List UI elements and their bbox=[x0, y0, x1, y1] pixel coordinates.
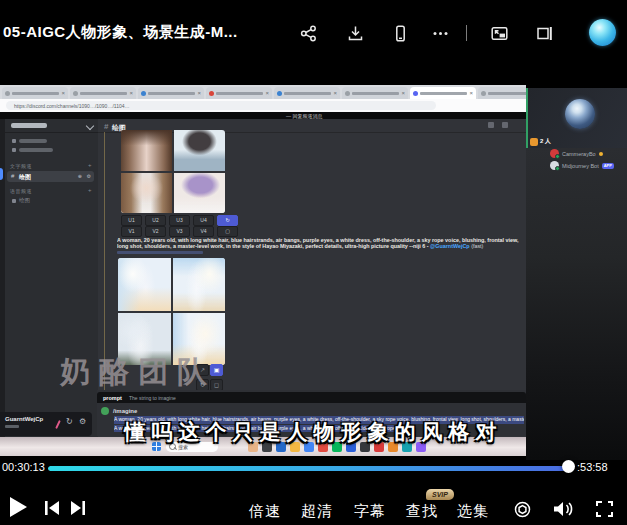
tab-favicon bbox=[209, 91, 214, 96]
voice-channels-section: 语音频道 bbox=[10, 188, 32, 194]
generated-image-2b bbox=[173, 258, 226, 311]
tab-close-icon: × bbox=[129, 90, 133, 96]
channel-name: 绘图 bbox=[19, 173, 31, 182]
imagine-command: /imagine bbox=[113, 408, 137, 414]
helper-option-desc: The string to imagine bbox=[129, 395, 176, 401]
v4-button: V4 bbox=[193, 226, 214, 237]
user-avatar[interactable] bbox=[589, 19, 616, 46]
generated-image-1b bbox=[174, 130, 225, 171]
sidebar-item bbox=[12, 148, 53, 152]
hash-icon: # bbox=[104, 122, 108, 131]
tab-favicon bbox=[73, 91, 78, 96]
page-title: 05-AIGC人物形象、场景生成-M... bbox=[3, 23, 238, 42]
generated-image-1a bbox=[121, 130, 172, 171]
quality-button[interactable]: 超清 bbox=[297, 502, 337, 521]
crown-emoji bbox=[599, 152, 603, 156]
bot-badge: APP bbox=[602, 163, 614, 169]
u2-button: U2 bbox=[145, 215, 166, 226]
server-selected-pill bbox=[0, 168, 3, 180]
more-options-icon[interactable] bbox=[431, 24, 450, 43]
watermark: 奶酪团队 bbox=[60, 352, 216, 393]
tab-close-icon: × bbox=[401, 90, 405, 96]
fullscreen-icon[interactable] bbox=[596, 501, 613, 517]
subtitle-button[interactable]: 字幕 bbox=[350, 502, 390, 521]
previous-episode-button[interactable] bbox=[44, 501, 60, 515]
fast-mode-suffix: (fast) bbox=[470, 243, 484, 249]
live-icon bbox=[530, 138, 538, 146]
browser-tab-strip: ××××××××× bbox=[0, 85, 526, 99]
browser-tab: × bbox=[138, 87, 204, 99]
browser-tab: × bbox=[206, 87, 272, 99]
tab-favicon bbox=[345, 91, 350, 96]
find-button[interactable]: 查找 bbox=[402, 502, 442, 521]
frame-button: ▢ bbox=[217, 226, 238, 237]
server-name-placeholder bbox=[11, 123, 47, 128]
topbar-divider bbox=[466, 25, 467, 41]
picture-in-picture-icon[interactable] bbox=[490, 24, 509, 43]
v1-button: V1 bbox=[121, 226, 142, 237]
tab-title-placeholder bbox=[148, 92, 195, 95]
episodes-button[interactable]: 选集 bbox=[453, 502, 493, 521]
play-button[interactable] bbox=[10, 497, 27, 517]
browser-tab: × bbox=[2, 87, 68, 99]
member-avatar bbox=[550, 149, 559, 158]
mini-player-icon[interactable] bbox=[535, 24, 554, 43]
v2-button: V2 bbox=[145, 226, 166, 237]
add-channel-icon: + bbox=[88, 162, 92, 168]
browser-tab: × bbox=[478, 87, 526, 99]
tab-title-placeholder bbox=[80, 92, 127, 95]
u1-button: U1 bbox=[121, 215, 142, 226]
video-viewport[interactable]: ××××××××× https://discord.com/channels/1… bbox=[0, 70, 627, 460]
video-subtitle: 懂吗这个只是人物形象的风格对 bbox=[0, 418, 627, 446]
tab-close-icon: × bbox=[61, 90, 65, 96]
sidebar-channel-selected: # 绘图 ⊕ ⚙ bbox=[7, 171, 94, 182]
tab-close-icon: × bbox=[469, 90, 473, 96]
mobile-device-icon[interactable] bbox=[391, 24, 410, 43]
browser-tab: × bbox=[70, 87, 136, 99]
member-row: CammerayBo bbox=[550, 149, 603, 158]
add-channel-icon: + bbox=[88, 187, 92, 193]
text-channels-section: 文字频道 bbox=[10, 163, 32, 169]
speed-button[interactable]: 倍速 bbox=[245, 502, 285, 521]
sidebar-item bbox=[12, 139, 47, 143]
volume-icon[interactable] bbox=[552, 500, 573, 518]
megaphone-icon bbox=[12, 148, 16, 152]
generated-image-1c bbox=[121, 173, 172, 214]
tab-favicon bbox=[277, 91, 282, 96]
share-icon[interactable] bbox=[299, 24, 318, 43]
tab-favicon bbox=[5, 91, 10, 96]
progress-bar[interactable] bbox=[48, 466, 570, 471]
video-player: 05-AIGC人物形象、场景生成-M... bbox=[0, 0, 627, 525]
svip-badge: SVIP bbox=[426, 489, 454, 500]
member-row: Midjourney Bot APP bbox=[550, 161, 614, 170]
progress-fill bbox=[48, 466, 570, 471]
v3-button: V3 bbox=[169, 226, 190, 237]
tab-title-placeholder bbox=[488, 92, 526, 95]
pin-icon bbox=[488, 122, 494, 128]
member-name: Midjourney Bot bbox=[562, 163, 599, 169]
tab-title-placeholder bbox=[352, 92, 399, 95]
progress-handle[interactable] bbox=[562, 460, 575, 473]
download-icon[interactable] bbox=[346, 24, 365, 43]
sidebar-item-label-placeholder bbox=[19, 148, 53, 152]
settings-dial-icon[interactable] bbox=[514, 501, 531, 518]
gear-icon: ⚙ bbox=[87, 173, 91, 179]
tab-close-icon: × bbox=[333, 90, 337, 96]
online-status-dot bbox=[555, 154, 561, 160]
prompt-message-text: A woman, 20 years old, with long white h… bbox=[117, 237, 523, 250]
url-text: https://discord.com/channels/1090…/1090…… bbox=[14, 103, 130, 109]
u4-button: U4 bbox=[193, 215, 214, 226]
tab-title-placeholder bbox=[12, 92, 59, 95]
generated-image-grid-2 bbox=[118, 258, 225, 365]
calendar-icon bbox=[12, 139, 16, 143]
streamer-avatar bbox=[565, 99, 595, 129]
tab-title-placeholder bbox=[284, 92, 331, 95]
bot-avatar-small bbox=[101, 407, 109, 415]
next-episode-button[interactable] bbox=[70, 501, 86, 515]
generated-image-2a bbox=[118, 258, 171, 311]
browser-tab-active: × bbox=[410, 87, 476, 99]
current-time: 00:30:13 bbox=[2, 461, 45, 473]
tab-favicon bbox=[413, 91, 418, 96]
helper-option-name: prompt bbox=[103, 395, 122, 401]
duration-time: :53:58 bbox=[577, 461, 608, 473]
